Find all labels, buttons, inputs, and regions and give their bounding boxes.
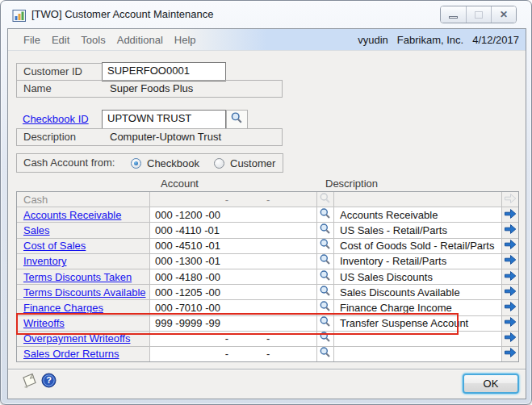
account-lookup-button[interactable]	[317, 223, 334, 237]
status-area: vyudin Fabrikam, Inc. 4/12/2017	[358, 34, 526, 46]
account-column-header: Account	[161, 177, 199, 190]
account-type-link[interactable]: Writeoffs	[23, 317, 65, 329]
arrow-right-icon	[504, 193, 517, 207]
account-type-link[interactable]: Sales	[23, 224, 50, 236]
name-row: Name Super Foods Plus	[16, 80, 283, 98]
row-label-cell: Overpayment Writeoffs	[17, 332, 150, 346]
row-open-button[interactable]	[502, 300, 518, 315]
window-titlebar[interactable]: [TWO] Customer Account Maintenance ✕	[1, 1, 531, 28]
row-open-button[interactable]	[502, 347, 518, 361]
account-number-field[interactable]: 000 -4510 -01	[150, 239, 317, 253]
radio-checkbook-label[interactable]: Checkbook	[147, 154, 199, 173]
menu-additional[interactable]: Additional	[117, 34, 163, 46]
menu-bar: File Edit Tools Additional Help vyudin F…	[8, 29, 526, 51]
menu-file[interactable]: File	[23, 34, 40, 46]
account-number-field[interactable]: 000 -4180 -00	[150, 269, 317, 284]
table-row: Sales Order Returns - -	[17, 347, 518, 361]
table-row: Writeoffs999 -9999 -99Transfer Suspense …	[17, 316, 518, 332]
window: [TWO] Customer Account Maintenance ✕ Fil…	[0, 0, 532, 405]
maximize-icon	[475, 11, 483, 19]
account-type-link[interactable]: Cost of Sales	[23, 240, 86, 252]
row-open-button[interactable]	[502, 207, 518, 222]
magnifier-icon	[319, 332, 332, 346]
magnifier-icon	[319, 300, 332, 315]
account-type-link[interactable]: Accounts Receivable	[23, 209, 121, 221]
minimize-icon	[449, 16, 458, 19]
table-row: Finance Charges000 -7010 -00Finance Char…	[17, 300, 518, 315]
row-open-button	[502, 192, 518, 207]
account-number-field[interactable]: - -	[150, 332, 317, 346]
status-company[interactable]: Fabrikam, Inc.	[397, 34, 463, 46]
checkbook-lookup-button[interactable]	[226, 110, 248, 129]
row-open-button[interactable]	[502, 239, 518, 253]
checkbook-description-row: Description Computer-Uptown Trust	[16, 128, 283, 146]
account-description-field: Transfer Suspense Account	[334, 316, 502, 331]
table-row: Terms Discounts Taken000 -4180 -00US Sal…	[17, 269, 518, 285]
account-lookup-button[interactable]	[317, 332, 334, 346]
checkbook-id-field[interactable]: UPTOWN TRUST	[102, 110, 226, 129]
account-lookup-button[interactable]	[317, 347, 334, 361]
arrow-right-icon	[504, 239, 517, 253]
close-icon: ✕	[500, 10, 508, 19]
status-user[interactable]: vyudin	[358, 34, 388, 46]
row-open-button[interactable]	[502, 332, 518, 346]
arrow-right-icon	[504, 316, 517, 330]
status-date[interactable]: 4/12/2017	[472, 34, 519, 46]
account-type-link[interactable]: Finance Charges	[23, 302, 103, 314]
radio-customer[interactable]	[214, 158, 224, 169]
table-row: Inventory000 -1300 -01Inventory - Retail…	[17, 254, 518, 269]
notepad-icon	[19, 380, 39, 392]
row-open-button[interactable]	[502, 316, 518, 331]
row-label-cell: Cost of Sales	[17, 239, 150, 253]
ok-button[interactable]: OK	[463, 374, 519, 394]
table-row: Cash - -	[17, 192, 518, 207]
magnifier-icon	[230, 111, 244, 127]
cash-account-from-label: Cash Account from:	[23, 154, 115, 172]
account-type-link[interactable]: Overpayment Writeoffs	[23, 332, 130, 344]
account-description-field	[334, 192, 502, 207]
radio-customer-label[interactable]: Customer	[230, 154, 275, 173]
account-lookup-button[interactable]	[317, 300, 334, 315]
account-number-field[interactable]: 000 -1205 -00	[150, 285, 317, 299]
account-number-field[interactable]: 000 -1300 -01	[150, 254, 317, 269]
account-type-link[interactable]: Terms Discounts Taken	[23, 271, 132, 283]
note-button[interactable]	[19, 372, 39, 390]
row-open-button[interactable]	[502, 223, 518, 237]
account-number-field[interactable]: 000 -7010 -00	[150, 300, 317, 315]
menu-help[interactable]: Help	[174, 34, 196, 46]
account-lookup-button[interactable]	[317, 254, 334, 269]
help-button[interactable]: ?	[41, 373, 57, 388]
account-description-field	[334, 347, 502, 361]
accounts-table: Cash - -Accounts Receivable000 -1200 -00…	[16, 191, 519, 362]
account-description-field	[334, 332, 502, 346]
help-icon: ?	[41, 378, 57, 390]
row-open-button[interactable]	[502, 285, 518, 299]
account-lookup-button[interactable]	[317, 285, 334, 299]
account-type-link[interactable]: Inventory	[23, 255, 66, 267]
minimize-button[interactable]	[441, 6, 466, 23]
menu-edit[interactable]: Edit	[52, 34, 69, 46]
description-column-header: Description	[325, 177, 378, 190]
menu-tools[interactable]: Tools	[81, 34, 105, 46]
account-number-field[interactable]: - -	[150, 347, 317, 361]
account-number-field[interactable]: 999 -9999 -99	[150, 316, 317, 331]
account-lookup-button[interactable]	[317, 269, 334, 284]
account-type-link[interactable]: Sales Order Returns	[23, 348, 119, 360]
checkbook-id-link[interactable]: Checkbook ID	[23, 113, 89, 125]
account-number-field[interactable]: 000 -4110 -01	[150, 223, 317, 237]
radio-checkbook[interactable]	[131, 158, 141, 169]
row-open-button[interactable]	[502, 269, 518, 284]
account-lookup-button[interactable]	[317, 316, 334, 331]
account-description-field: Finance Charge Income	[334, 300, 502, 315]
account-lookup-button[interactable]	[317, 239, 334, 253]
arrow-right-icon	[504, 208, 517, 222]
close-button[interactable]: ✕	[491, 6, 516, 23]
customer-id-label: Customer ID	[23, 64, 82, 80]
account-lookup-button[interactable]	[317, 207, 334, 222]
account-number-field[interactable]: 000 -1200 -00	[150, 207, 317, 222]
customer-id-field[interactable]: SUPERFOO0001	[102, 62, 226, 81]
row-label-cell: Terms Discounts Available	[17, 285, 150, 299]
maximize-button[interactable]	[466, 6, 491, 23]
account-type-link[interactable]: Terms Discounts Available	[23, 286, 146, 299]
row-open-button[interactable]	[502, 254, 518, 269]
